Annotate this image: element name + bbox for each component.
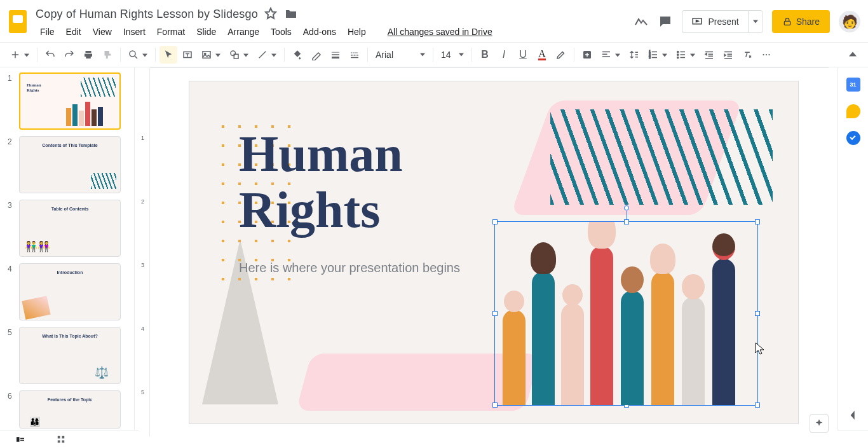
linespacing-button[interactable]	[625, 46, 643, 64]
shape-tool[interactable]	[226, 46, 243, 64]
svg-rect-24	[62, 440, 65, 443]
svg-rect-23	[58, 440, 60, 443]
fillcolor-button[interactable]	[288, 46, 306, 64]
decrease-indent-button[interactable]	[700, 46, 718, 64]
slide-thumb-5[interactable]: What Is This Topic About? ⚖️	[19, 327, 121, 384]
tasks-icon[interactable]	[846, 131, 860, 145]
font-select[interactable]: Arial	[372, 46, 429, 63]
slide-title-text[interactable]: Human Rights	[239, 126, 403, 238]
image-dropdown[interactable]	[215, 49, 224, 60]
fontsize-value: 14	[441, 50, 451, 60]
new-slide-button[interactable]	[6, 46, 24, 64]
account-avatar[interactable]: 🧑	[839, 11, 860, 32]
line-dropdown[interactable]	[271, 49, 280, 60]
folder-icon[interactable]	[283, 6, 299, 22]
present-dropdown[interactable]	[748, 10, 763, 33]
line-tool[interactable]	[254, 46, 271, 64]
slides-logo[interactable]	[5, 9, 31, 34]
slide-thumb-6[interactable]: Features of the Topic 👨‍👩‍👦	[19, 390, 121, 429]
svg-rect-21	[58, 436, 60, 438]
star-icon[interactable]	[263, 6, 278, 22]
zoom-button[interactable]	[125, 46, 142, 64]
zoom-dropdown[interactable]	[142, 49, 151, 60]
numberedlist-dropdown[interactable]	[662, 49, 671, 60]
svg-rect-18	[17, 437, 20, 442]
undo-button[interactable]	[41, 46, 59, 64]
bulletedlist-dropdown[interactable]	[690, 49, 699, 60]
menu-help[interactable]: Help	[343, 24, 370, 39]
shape-dropdown[interactable]	[243, 49, 252, 60]
selected-image[interactable]	[494, 221, 758, 406]
show-sidepanel-icon[interactable]	[846, 408, 860, 422]
print-button[interactable]	[79, 46, 97, 64]
svg-rect-19	[20, 437, 24, 439]
paintformat-button[interactable]	[98, 46, 116, 64]
svg-point-15	[763, 54, 764, 55]
menu-file[interactable]: File	[36, 24, 59, 39]
italic-button[interactable]: I	[495, 46, 513, 64]
share-button[interactable]: Share	[772, 10, 830, 33]
insertlink-button[interactable]	[578, 46, 596, 64]
align-button[interactable]	[597, 46, 615, 64]
image-tool[interactable]	[198, 46, 215, 64]
collapse-toolbar-button[interactable]	[844, 49, 862, 60]
filmstrip-view-button[interactable]	[11, 430, 29, 448]
menu-insert[interactable]: Insert	[119, 24, 150, 39]
slide-thumb-4[interactable]: Introduction	[19, 263, 121, 320]
menu-addons[interactable]: Add-ons	[299, 24, 341, 39]
align-dropdown[interactable]	[615, 49, 624, 60]
menu-arrange[interactable]: Arrange	[223, 24, 264, 39]
svg-point-17	[768, 54, 770, 55]
slide-thumb-1[interactable]: HumanRights	[19, 72, 121, 130]
present-label: Present	[708, 17, 738, 27]
svg-point-2	[130, 51, 135, 57]
side-panel: 31	[837, 67, 868, 430]
slide-thumb-3[interactable]: Table of Contents 👫👭	[19, 200, 121, 257]
menu-format[interactable]: Format	[153, 24, 189, 39]
redo-button[interactable]	[60, 46, 78, 64]
comments-icon[interactable]	[658, 14, 673, 29]
rotate-handle[interactable]	[624, 205, 629, 210]
slide-thumb-2[interactable]: Contents of This Template	[19, 136, 121, 193]
svg-point-16	[766, 54, 767, 55]
clearformat-button[interactable]	[738, 46, 756, 64]
slide-canvas[interactable]: Human Rights Here is where your presenta…	[189, 81, 799, 424]
slide-filmstrip[interactable]: 1 HumanRights 2 Contents of This Templat…	[0, 67, 135, 430]
menu-view[interactable]: View	[88, 24, 116, 39]
toolbar: Arial 14 B I U A 123	[0, 42, 868, 67]
borderweight-button[interactable]	[327, 46, 344, 64]
bulletedlist-button[interactable]	[672, 46, 690, 64]
activity-icon[interactable]	[634, 14, 649, 29]
calendar-icon[interactable]: 31	[846, 78, 860, 92]
menu-tools[interactable]: Tools	[266, 24, 296, 39]
new-slide-dropdown[interactable]	[24, 49, 33, 60]
vertical-ruler[interactable]: 12345	[139, 68, 150, 437]
increase-indent-button[interactable]	[719, 46, 737, 64]
menu-edit[interactable]: Edit	[62, 24, 86, 39]
decorative-stripes	[550, 109, 773, 205]
grid-view-button[interactable]	[52, 430, 70, 448]
slide-subtitle-text[interactable]: Here is where your presentation begins	[239, 261, 460, 275]
more-button[interactable]	[757, 46, 775, 64]
textcolor-button[interactable]: A	[533, 46, 551, 64]
menu-slide[interactable]: Slide	[192, 24, 220, 39]
fontsize-select[interactable]: 14	[437, 46, 468, 63]
highlight-button[interactable]	[552, 46, 570, 64]
explore-button[interactable]	[810, 414, 829, 433]
bordercolor-button[interactable]	[308, 46, 325, 64]
document-title[interactable]: Copy of Human Rights Lesson by Slidesgo	[36, 8, 258, 21]
numberedlist-button[interactable]: 123	[644, 46, 662, 64]
svg-rect-22	[62, 436, 65, 438]
share-label: Share	[796, 17, 820, 27]
save-status[interactable]: All changes saved in Drive	[383, 24, 497, 39]
svg-point-6	[231, 51, 236, 56]
svg-rect-20	[20, 439, 24, 441]
bold-button[interactable]: B	[476, 46, 494, 64]
select-tool[interactable]	[159, 46, 177, 64]
underline-button[interactable]: U	[514, 46, 532, 64]
borderdash-button[interactable]	[346, 46, 363, 64]
present-button[interactable]: Present	[682, 10, 747, 33]
svg-rect-1	[784, 21, 790, 25]
keep-icon[interactable]	[846, 104, 860, 118]
textbox-tool[interactable]	[179, 46, 196, 64]
